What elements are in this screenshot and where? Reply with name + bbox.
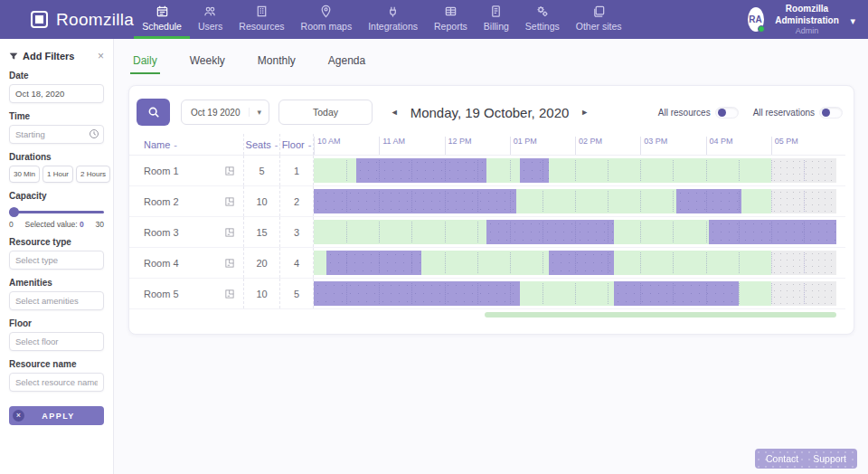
nav-item-users[interactable]: Users (190, 0, 231, 39)
reservation-block[interactable] (486, 220, 614, 244)
clock-icon[interactable] (89, 128, 99, 139)
reservation-block[interactable] (356, 158, 487, 183)
capacity-slider[interactable] (9, 207, 104, 217)
room-name[interactable]: Room 5 (144, 289, 224, 299)
timeline-gridline (379, 222, 380, 242)
amenities-select[interactable] (9, 291, 104, 310)
reservation-block[interactable] (614, 281, 738, 306)
contact-button[interactable]: Contact (766, 453, 798, 464)
free-slot[interactable] (314, 220, 486, 244)
free-slot[interactable] (614, 220, 709, 244)
free-slot[interactable] (614, 251, 770, 275)
free-slot[interactable] (520, 281, 615, 306)
tab-monthly[interactable]: Monthly (255, 54, 298, 74)
tab-weekly[interactable]: Weekly (187, 54, 228, 74)
floor-select[interactable] (9, 332, 104, 351)
reservation-block[interactable] (314, 189, 516, 213)
column-header-floor[interactable]: Floor - (279, 134, 313, 155)
tab-agenda[interactable]: Agenda (326, 54, 368, 74)
sort-indicator: - (174, 139, 177, 150)
room-map-icon[interactable] (224, 166, 235, 176)
reservation-block[interactable] (326, 251, 421, 275)
nav-item-integrations[interactable]: Integrations (360, 0, 426, 39)
room-map-icon[interactable] (224, 289, 235, 299)
chevron-down-icon[interactable] (850, 12, 855, 28)
nav-item-settings[interactable]: Settings (517, 0, 568, 39)
next-day-button[interactable] (580, 108, 589, 117)
room-timeline[interactable] (313, 279, 836, 308)
nav-item-schedule[interactable]: Schedule (134, 0, 190, 39)
reservation-block[interactable] (314, 281, 520, 306)
toggle-all-reservations[interactable]: All reservations (753, 107, 843, 118)
room-map-icon[interactable] (224, 258, 235, 269)
date-filter-input[interactable] (9, 84, 104, 103)
free-slot[interactable] (741, 189, 771, 213)
free-slot[interactable] (421, 251, 549, 275)
floor-filter-label: Floor (9, 318, 104, 328)
room-map-icon[interactable] (224, 196, 235, 207)
duration-1-hour[interactable]: 1 Hour (42, 166, 73, 183)
clear-filters-icon[interactable] (13, 410, 24, 422)
resource-type-select[interactable] (9, 251, 104, 270)
room-timeline[interactable] (313, 248, 836, 278)
room-timeline[interactable] (313, 156, 836, 185)
free-slot[interactable] (516, 189, 676, 213)
main-content: DailyWeeklyMonthlyAgenda Oct 19 2020 Tod… (114, 39, 868, 474)
column-header-name[interactable]: Name - (129, 139, 243, 150)
column-header-seats[interactable]: Seats - (243, 134, 279, 155)
room-name-cell[interactable]: Room 4 (129, 248, 243, 278)
room-name-cell[interactable]: Room 2 (129, 186, 243, 216)
today-button[interactable]: Today (278, 100, 373, 125)
free-slot[interactable] (739, 281, 771, 306)
duration-30-min[interactable]: 30 Min (9, 166, 40, 183)
timeline-gridline (739, 160, 740, 181)
previous-day-button[interactable] (391, 108, 399, 117)
support-button[interactable]: Support (813, 453, 846, 464)
duration-2-hours[interactable]: 2 Hours (76, 166, 110, 183)
avatar[interactable]: RA (748, 7, 764, 32)
reservation-block[interactable] (676, 189, 741, 213)
scrollbar-thumb[interactable] (485, 312, 836, 318)
room-name[interactable]: Room 1 (144, 166, 224, 176)
room-name-cell[interactable]: Room 5 (129, 279, 243, 308)
timeline-gridline (477, 283, 478, 304)
toggle-all-resources[interactable]: All resources (658, 107, 739, 118)
room-name[interactable]: Room 4 (144, 258, 224, 269)
toggle-pill[interactable] (819, 107, 843, 118)
toggle-pill[interactable] (715, 107, 739, 118)
apply-button[interactable]: APPLY (9, 406, 104, 425)
room-name-cell[interactable]: Room 3 (129, 217, 243, 247)
timeline-gridline (411, 283, 412, 304)
tab-daily[interactable]: Daily (130, 54, 160, 74)
reservation-block[interactable] (709, 220, 836, 244)
room-seats: 10 (243, 279, 279, 308)
nav-item-room-maps[interactable]: Room maps (293, 0, 361, 39)
nav-item-other-sites[interactable]: Other sites (568, 0, 630, 39)
reservation-block[interactable] (520, 158, 550, 183)
close-filters-icon[interactable] (98, 50, 104, 62)
nav-item-resources[interactable]: Resources (231, 0, 292, 39)
room-timeline[interactable] (313, 217, 836, 247)
nav-item-billing[interactable]: Billing (476, 0, 517, 39)
user-menu[interactable]: RA Roomzilla Administration Admin (748, 0, 855, 39)
nav-item-reports[interactable]: Reports (426, 0, 476, 39)
timeline-gridline (542, 160, 543, 181)
room-timeline[interactable] (313, 186, 836, 216)
free-slot[interactable] (314, 251, 326, 275)
resource-name-select[interactable] (9, 373, 104, 392)
room-map-icon[interactable] (224, 227, 235, 238)
search-button[interactable] (137, 99, 170, 126)
date-picker-dropdown[interactable]: Oct 19 2020 (181, 100, 269, 125)
room-name[interactable]: Room 3 (144, 227, 224, 238)
horizontal-scrollbar[interactable] (404, 312, 836, 318)
room-name[interactable]: Room 2 (144, 196, 224, 207)
reservation-block[interactable] (549, 251, 614, 275)
free-slot[interactable] (314, 158, 356, 183)
free-slot[interactable] (486, 158, 519, 183)
slider-knob[interactable] (9, 207, 19, 217)
timeline-gridline (706, 252, 707, 273)
timeline-gridline (673, 283, 674, 304)
room-seats: 20 (243, 248, 279, 278)
room-name-cell[interactable]: Room 1 (129, 156, 243, 185)
brand[interactable]: Roomzilla (31, 0, 134, 39)
